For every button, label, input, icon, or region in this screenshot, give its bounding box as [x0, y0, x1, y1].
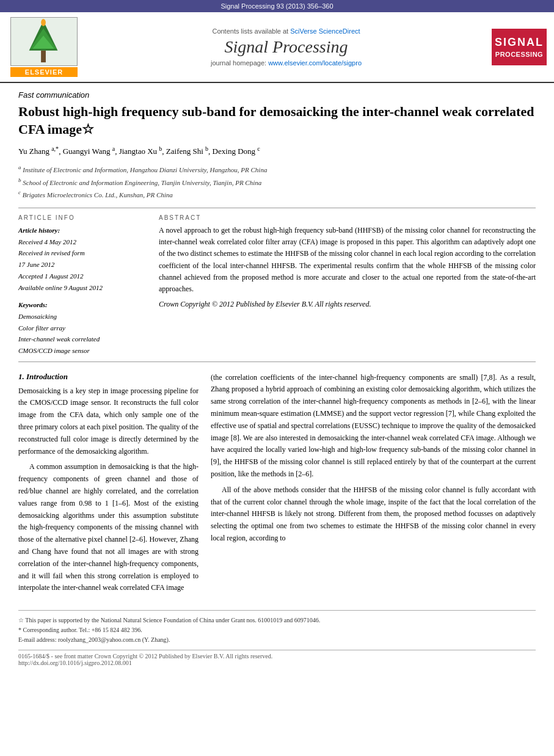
body-section: 1. Introduction Demosaicking is a key st…	[18, 372, 536, 598]
top-bar: Signal Processing 93 (2013) 356–360	[0, 0, 554, 12]
svg-point-5	[41, 19, 46, 26]
article-info-abstract: ARTICLE INFO Article history: Received 4…	[18, 214, 536, 357]
body-right-col: (the correlation coefficients of the int…	[211, 372, 536, 598]
body-para-2: A common assumption in demosaicking is t…	[18, 461, 199, 594]
logo-processing: PROCESSING	[495, 50, 544, 59]
history-accepted: Accepted 1 August 2012	[18, 272, 83, 280]
body-para-1: Demosaicking is a key step in image proc…	[18, 385, 199, 458]
abstract-text: A novel approach to get the robust high-…	[159, 225, 536, 310]
logo-signal: SIGNAL	[495, 35, 544, 50]
abstract-body: A novel approach to get the robust high-…	[159, 226, 536, 293]
homepage-prefix: journal homepage:	[211, 59, 266, 67]
paper-title: Robust high-high frequency sub-band for …	[18, 103, 536, 138]
sciverse-line: Contents lists available at SciVerse Sci…	[87, 27, 486, 35]
body-columns: 1. Introduction Demosaicking is a key st…	[18, 372, 536, 598]
article-info-col: ARTICLE INFO Article history: Received 4…	[18, 214, 147, 357]
elsevier-logo: ELSEVIER	[7, 17, 81, 77]
keywords-title: Keywords:	[18, 301, 48, 308]
body-para-4: All of the above methods consider that t…	[211, 484, 536, 545]
keyword-3: Inter-channel weak correlated	[18, 335, 100, 343]
journal-homepage-line: journal homepage: www.elsevier.com/locat…	[87, 59, 486, 67]
footer-notes: ☆ This paper is supported by the Nationa…	[18, 610, 536, 645]
history-revised-date: 17 June 2012	[18, 261, 54, 268]
abstract-heading: ABSTRACT	[159, 214, 536, 221]
history-online: Available online 9 August 2012	[18, 284, 103, 291]
main-content: Fast communication Robust high-high freq…	[0, 83, 554, 678]
history-received: Received 4 May 2012	[18, 238, 76, 245]
title-star: ☆	[82, 122, 94, 137]
article-history: Article history: Received 4 May 2012 Rec…	[18, 225, 147, 293]
abstract-copyright: Crown Copyright © 2012 Published by Else…	[159, 299, 536, 310]
keyword-2: Color filter array	[18, 324, 65, 332]
signal-processing-logo: SIGNAL PROCESSING	[492, 29, 547, 66]
divider-top	[18, 208, 536, 208]
affiliations: a Institute of Electronic and Informatio…	[18, 163, 536, 200]
section1-label: Introduction	[26, 372, 68, 381]
journal-citation: Signal Processing 93 (2013) 356–360	[221, 2, 333, 10]
star-footnote: ☆ This paper is supported by the Nationa…	[18, 616, 536, 625]
email-footnote: E-mail address: roolyzhang_2003@yahoo.co…	[18, 635, 536, 645]
journal-center: Contents lists available at SciVerse Sci…	[81, 27, 492, 67]
journal-header: ELSEVIER Contents lists available at Sci…	[0, 12, 554, 83]
paper-title-text: Robust high-high frequency sub-band for …	[18, 104, 534, 137]
journal-title-main: Signal Processing	[87, 37, 486, 57]
article-info-heading: ARTICLE INFO	[18, 214, 147, 221]
copyright-line: 0165-1684/$ - see front matter Crown Cop…	[18, 653, 536, 660]
section-label: Fast communication	[18, 90, 536, 100]
keywords-section: Keywords: Demosaicking Color filter arra…	[18, 299, 147, 356]
authors: Yu Zhang a,*, Guangyi Wang a, Jiangtao X…	[18, 144, 536, 158]
divider-body	[18, 362, 536, 362]
history-title: Article history:	[18, 227, 60, 234]
corresponding-footnote: * Corresponding author. Tel.: +86 15 824…	[18, 625, 536, 635]
svg-rect-1	[41, 51, 46, 63]
body-para-3: (the correlation coefficients of the int…	[211, 372, 536, 481]
sciverse-prefix: Contents lists available at	[212, 27, 288, 35]
keyword-4: CMOS/CCD image sensor	[18, 347, 90, 354]
doi-line: http://dx.doi.org/10.1016/j.sigpro.2012.…	[18, 660, 536, 666]
body-left-col: 1. Introduction Demosaicking is a key st…	[18, 372, 199, 598]
keyword-1: Demosaicking	[18, 313, 57, 320]
history-revised-label: Received in revised form	[18, 249, 85, 256]
section1-number: 1.	[18, 372, 24, 381]
homepage-link[interactable]: www.elsevier.com/locate/sigpro	[268, 59, 362, 67]
body-left-text: Demosaicking is a key step in image proc…	[18, 385, 199, 595]
body-right-text: (the correlation coefficients of the int…	[211, 372, 536, 545]
footer-bottom: 0165-1684/$ - see front matter Crown Cop…	[18, 650, 536, 666]
section1-title: 1. Introduction	[18, 372, 199, 382]
elsevier-image	[10, 17, 78, 66]
elsevier-label: ELSEVIER	[10, 67, 78, 77]
sciverse-link[interactable]: SciVerse ScienceDirect	[290, 27, 360, 35]
abstract-col: ABSTRACT A novel approach to get the rob…	[159, 214, 536, 357]
